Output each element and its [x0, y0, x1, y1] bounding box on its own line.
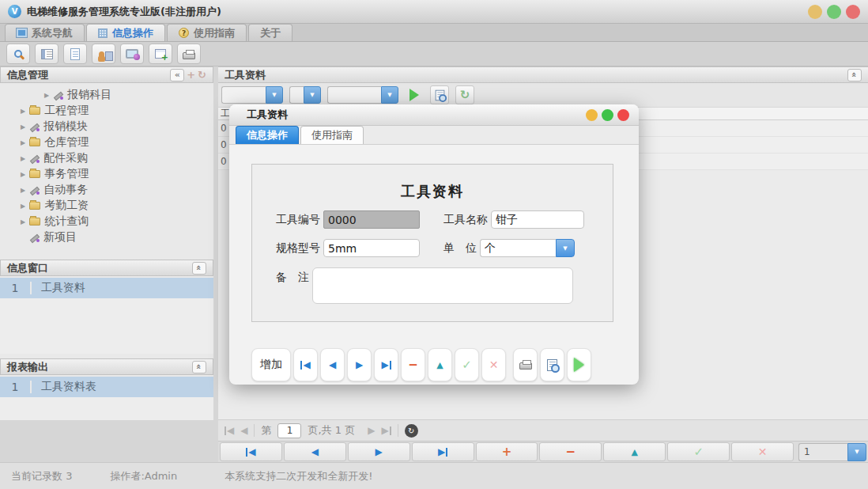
document-icon [70, 48, 80, 60]
maximize-button[interactable] [827, 5, 841, 19]
dialog-maximize-button[interactable] [602, 109, 613, 121]
prev-page-button[interactable]: ◀ [240, 425, 247, 436]
document-button[interactable] [63, 44, 87, 64]
info-management-panel-header: 信息管理 « + ↻ [0, 66, 213, 83]
record-delete-button[interactable]: − [539, 442, 602, 461]
dialog-close-button[interactable] [617, 109, 629, 121]
first-page-button[interactable]: ◀ [225, 425, 234, 436]
record-first-button[interactable]: ◀ [220, 442, 282, 461]
print-button[interactable] [177, 44, 201, 64]
record-last-button[interactable]: ▶ [412, 442, 474, 461]
tree-item-cangku-guanli[interactable]: ▶仓库管理 [0, 135, 213, 150]
tool-data-panel-header: 工具资料 « [218, 66, 868, 83]
unit-field[interactable] [480, 239, 556, 257]
collapse-report-output-button[interactable]: « [192, 361, 206, 373]
tree-item-shiwu-guanli[interactable]: ▶事务管理 [0, 166, 213, 182]
collapse-info-window-button[interactable]: « [192, 262, 206, 275]
module-tree: ▶报销科目 ▶工程管理 ▶报销模块 ▶仓库管理 ▶配件采购 ▶事务管理 ▶自动事… [0, 83, 213, 245]
confirm-button[interactable]: ✓ [455, 348, 479, 381]
info-window-row-tool-data[interactable]: 1 工具资料 [0, 278, 213, 298]
cell: 0 [221, 139, 227, 150]
lookup-button[interactable] [430, 85, 449, 104]
expand-arrow-icon[interactable]: ▶ [21, 155, 25, 162]
expand-arrow-icon[interactable]: ▶ [21, 187, 25, 194]
remark-field[interactable] [312, 267, 573, 304]
app-title: 电梯维修服务管理系统专业版(非注册用户) [27, 5, 221, 19]
print-preview-button[interactable] [540, 348, 564, 381]
tool-name-field[interactable] [491, 210, 584, 229]
dialog-tabbar: 信息操作 使用指南 [229, 126, 639, 145]
dialog-tab-user-guide[interactable]: 使用指南 [300, 126, 364, 144]
collapse-sidebar-button[interactable]: « [170, 69, 184, 82]
delete-record-button[interactable]: − [401, 348, 425, 381]
form-button[interactable] [35, 44, 58, 64]
record-next-button[interactable]: ▶ [348, 442, 410, 461]
first-record-button[interactable]: ◀ [293, 348, 318, 381]
expand-arrow-icon[interactable]: ▶ [21, 108, 25, 115]
expand-arrow-icon[interactable]: ▶ [21, 123, 25, 131]
tool-id-field[interactable] [323, 210, 420, 229]
expand-arrow-icon[interactable]: ▶ [21, 139, 25, 146]
expand-arrow-icon[interactable]: ▶ [21, 218, 25, 226]
refresh-tree-icon[interactable]: ↻ [198, 69, 206, 81]
edit-record-button[interactable]: ▲ [428, 348, 452, 381]
expand-arrow-icon[interactable]: ▶ [21, 171, 25, 178]
refresh-button[interactable]: ↻ [455, 85, 474, 104]
info-window-panel-header: 信息窗口 « [0, 260, 213, 276]
monitor-globe-button[interactable] [120, 44, 144, 64]
dialog-titlebar[interactable]: 工具资料 [229, 104, 639, 126]
page-number-input[interactable] [277, 423, 301, 438]
chevron-down-icon: ▼ [381, 86, 398, 104]
execute-button[interactable] [567, 348, 591, 381]
expand-arrow-icon[interactable]: ▶ [44, 92, 49, 99]
record-cancel-button[interactable]: ✕ [731, 442, 794, 461]
record-add-button[interactable]: + [476, 442, 538, 461]
status-message: 本系统支持二次开发和全新开发! [225, 469, 372, 483]
dialog-minimize-button[interactable] [586, 109, 598, 121]
add-record-button[interactable]: 增加 [251, 348, 291, 381]
record-edit-button[interactable]: ▲ [603, 442, 666, 461]
prev-record-button[interactable]: ◀ [320, 348, 345, 381]
tab-user-guide[interactable]: ? 使用指南 [167, 24, 247, 41]
tab-system-nav[interactable]: 系统导航 [5, 24, 85, 41]
dialog-tab-info-operation[interactable]: 信息操作 [236, 126, 299, 144]
tab-info-operation[interactable]: 信息操作 [86, 24, 165, 41]
search-button[interactable] [6, 44, 30, 64]
report-row-tool-data-table[interactable]: 1 工具资料表 [0, 377, 213, 397]
tab-about[interactable]: 关于 [248, 24, 292, 41]
filter-combo-3[interactable]: ▼ [327, 86, 398, 104]
run-filter-button[interactable] [405, 85, 424, 104]
last-icon: ▶ [438, 446, 447, 457]
filter-combo-2[interactable]: ▼ [289, 86, 321, 104]
filter-combo-1[interactable]: ▼ [221, 86, 283, 104]
collapse-main-panel-button[interactable]: « [847, 69, 862, 82]
add-node-icon[interactable]: + [187, 69, 195, 81]
close-button[interactable] [846, 5, 860, 19]
spec-field[interactable] [323, 239, 420, 257]
tree-item-tongji-chaxun[interactable]: ▶统计查询 [0, 214, 213, 229]
record-count-select[interactable]: 1 ▼ [798, 443, 866, 461]
last-record-button[interactable]: ▶ [374, 348, 398, 381]
cancel-button[interactable]: ✕ [481, 348, 506, 381]
tab-label: 信息操作 [112, 26, 153, 40]
unit-select[interactable]: ▼ [480, 239, 575, 257]
tree-item-xin-xiangmu[interactable]: 新项目 [0, 229, 213, 245]
last-page-button[interactable]: ▶ [381, 425, 391, 436]
record-confirm-button[interactable]: ✓ [667, 442, 730, 461]
tree-item-zidong-shiwu[interactable]: ▶自动事务 [0, 182, 213, 198]
minimize-button[interactable] [808, 5, 822, 19]
next-page-button[interactable]: ▶ [368, 425, 375, 436]
tree-item-gongcheng-guanli[interactable]: ▶工程管理 [0, 103, 213, 119]
dialog-print-button[interactable] [513, 348, 538, 381]
tree-item-peijian-caigou[interactable]: ▶配件采购 [0, 150, 213, 166]
tree-item-baoxiao-mokuai[interactable]: ▶报销模块 [0, 119, 213, 135]
folder-icon [29, 107, 40, 115]
tree-item-baoxiao-kemu[interactable]: ▶报销科目 [0, 87, 213, 103]
expand-arrow-icon[interactable]: ▶ [21, 203, 25, 210]
tree-item-kaoqin-gongzi[interactable]: ▶考勤工资 [0, 198, 213, 214]
table-add-button[interactable] [149, 44, 172, 64]
user-report-button[interactable] [92, 44, 115, 64]
next-record-button[interactable]: ▶ [347, 348, 372, 381]
record-prev-button[interactable]: ◀ [284, 442, 346, 461]
refresh-page-button[interactable]: ↻ [405, 424, 418, 438]
